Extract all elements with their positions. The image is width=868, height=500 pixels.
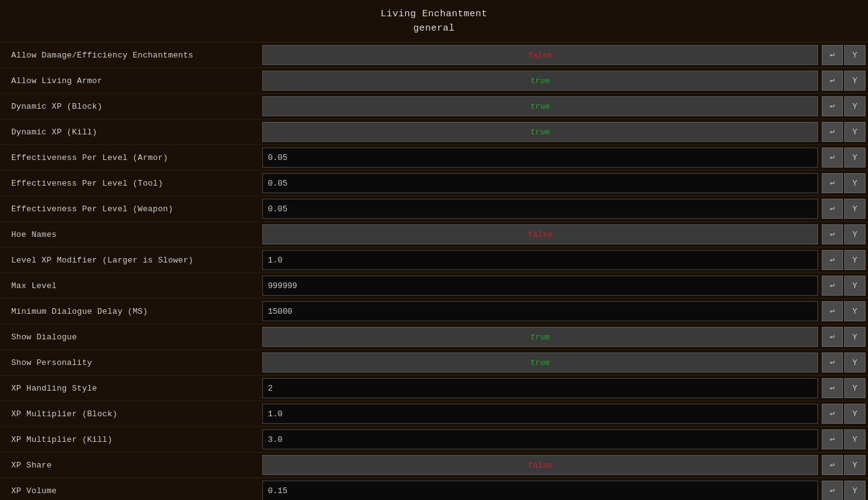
value-box-effectiveness-per-level-armor[interactable]: 0.05 (262, 148, 818, 168)
value-box-allow-damage-efficiency[interactable]: false (262, 45, 818, 65)
reset-button-dynamic-xp-block[interactable]: ↩ (822, 96, 843, 116)
actions-dynamic-xp-block: ↩Y (818, 96, 868, 116)
label-xp-handling-style: XP Handling Style (0, 379, 262, 398)
reset-button-effectiveness-per-level-tool[interactable]: ↩ (822, 173, 843, 193)
label-effectiveness-per-level-armor: Effectiveness Per Level (Armor) (0, 148, 262, 168)
undo-button-effectiveness-per-level-tool[interactable]: Y (844, 173, 866, 193)
value-box-show-personality[interactable]: true (262, 352, 818, 372)
undo-button-allow-damage-efficiency[interactable]: Y (844, 45, 866, 65)
actions-show-personality: ↩Y (818, 352, 868, 372)
actions-level-xp-modifier: ↩Y (818, 250, 868, 270)
actions-minimum-dialogue-delay: ↩Y (818, 301, 868, 321)
undo-button-show-dialogue[interactable]: Y (844, 327, 866, 347)
reset-button-xp-share[interactable]: ↩ (822, 455, 843, 475)
config-row-dynamic-xp-kill: Dynamic XP (Kill)true↩Y (0, 119, 868, 144)
reset-button-minimum-dialogue-delay[interactable]: ↩ (822, 301, 843, 321)
reset-button-effectiveness-per-level-weapon[interactable]: ↩ (822, 199, 843, 219)
undo-button-xp-share[interactable]: Y (844, 455, 866, 475)
config-row-xp-multiplier-kill: XP Multiplier (Kill)3.0↩Y (0, 426, 868, 452)
value-wrap-hoe-names: false (262, 222, 818, 247)
reset-button-max-level[interactable]: ↩ (822, 276, 843, 296)
reset-button-xp-handling-style[interactable]: ↩ (822, 378, 843, 398)
value-box-allow-living-armor[interactable]: true (262, 71, 818, 91)
label-xp-share: XP Share (0, 456, 262, 475)
value-wrap-effectiveness-per-level-tool: 0.05 (262, 171, 818, 196)
value-wrap-effectiveness-per-level-armor: 0.05 (262, 145, 818, 170)
value-box-minimum-dialogue-delay[interactable]: 15000 (262, 301, 818, 321)
value-box-xp-handling-style[interactable]: 2 (262, 378, 818, 398)
value-wrap-show-personality: true (262, 350, 818, 375)
value-box-dynamic-xp-kill[interactable]: true (262, 122, 818, 142)
reset-button-hoe-names[interactable]: ↩ (822, 224, 843, 244)
config-row-allow-damage-efficiency: Allow Damage/Efficiency Enchantmentsfals… (0, 42, 868, 68)
value-box-dynamic-xp-block[interactable]: true (262, 96, 818, 116)
reset-button-allow-living-armor[interactable]: ↩ (822, 71, 843, 91)
config-row-effectiveness-per-level-tool: Effectiveness Per Level (Tool)0.05↩Y (0, 170, 868, 196)
reset-button-effectiveness-per-level-armor[interactable]: ↩ (822, 148, 843, 168)
page-subtitle: general (0, 22, 868, 36)
undo-button-dynamic-xp-kill[interactable]: Y (844, 122, 866, 142)
config-row-xp-handling-style: XP Handling Style2↩Y (0, 375, 868, 401)
actions-dynamic-xp-kill: ↩Y (818, 122, 868, 142)
undo-button-dynamic-xp-block[interactable]: Y (844, 96, 866, 116)
undo-button-effectiveness-per-level-weapon[interactable]: Y (844, 199, 866, 219)
value-box-show-dialogue[interactable]: true (262, 327, 818, 347)
actions-max-level: ↩Y (818, 276, 868, 296)
value-box-hoe-names[interactable]: false (262, 224, 818, 244)
value-box-xp-multiplier-block[interactable]: 1.0 (262, 404, 818, 424)
undo-button-xp-multiplier-kill[interactable]: Y (844, 429, 866, 449)
reset-button-allow-damage-efficiency[interactable]: ↩ (822, 45, 843, 65)
actions-xp-handling-style: ↩Y (818, 378, 868, 398)
undo-button-minimum-dialogue-delay[interactable]: Y (844, 301, 866, 321)
reset-button-level-xp-modifier[interactable]: ↩ (822, 250, 843, 270)
undo-button-level-xp-modifier[interactable]: Y (844, 250, 866, 270)
label-dynamic-xp-kill: Dynamic XP (Kill) (0, 122, 262, 142)
label-allow-damage-efficiency: Allow Damage/Efficiency Enchantments (0, 46, 262, 65)
value-box-xp-share[interactable]: false (262, 455, 818, 475)
value-box-level-xp-modifier[interactable]: 1.0 (262, 250, 818, 270)
actions-xp-multiplier-block: ↩Y (818, 404, 868, 424)
value-box-xp-multiplier-kill[interactable]: 3.0 (262, 429, 818, 449)
reset-button-show-dialogue[interactable]: ↩ (822, 327, 843, 347)
label-level-xp-modifier: Level XP Modifier (Larger is Slower) (0, 251, 262, 270)
label-xp-volume: XP Volume (0, 481, 262, 501)
reset-button-xp-multiplier-block[interactable]: ↩ (822, 404, 843, 424)
config-row-xp-multiplier-block: XP Multiplier (Block)1.0↩Y (0, 401, 868, 426)
reset-button-dynamic-xp-kill[interactable]: ↩ (822, 122, 843, 142)
reset-button-xp-volume[interactable]: ↩ (822, 481, 843, 500)
undo-button-xp-handling-style[interactable]: Y (844, 378, 866, 398)
label-hoe-names: Hoe Names (0, 225, 262, 244)
label-show-dialogue: Show Dialogue (0, 328, 262, 347)
value-box-xp-volume[interactable]: 0.15 (262, 481, 818, 500)
label-minimum-dialogue-delay: Minimum Dialogue Delay (MS) (0, 302, 262, 321)
value-wrap-minimum-dialogue-delay: 15000 (262, 299, 818, 324)
undo-button-show-personality[interactable]: Y (844, 352, 866, 372)
config-row-xp-share: XP Sharefalse↩Y (0, 452, 868, 478)
value-wrap-dynamic-xp-kill: true (262, 119, 818, 144)
value-wrap-allow-living-armor: true (262, 68, 818, 93)
value-box-effectiveness-per-level-tool[interactable]: 0.05 (262, 173, 818, 193)
config-row-show-dialogue: Show Dialoguetrue↩Y (0, 324, 868, 349)
undo-button-hoe-names[interactable]: Y (844, 224, 866, 244)
value-wrap-max-level: 999999 (262, 273, 818, 298)
config-row-allow-living-armor: Allow Living Armortrue↩Y (0, 68, 868, 93)
undo-button-effectiveness-per-level-armor[interactable]: Y (844, 148, 866, 168)
page-title: Living Enchantment (0, 8, 868, 22)
value-wrap-xp-volume: 0.15 (262, 478, 818, 500)
undo-button-max-level[interactable]: Y (844, 276, 866, 296)
value-wrap-show-dialogue: true (262, 324, 818, 349)
undo-button-xp-multiplier-block[interactable]: Y (844, 404, 866, 424)
reset-button-xp-multiplier-kill[interactable]: ↩ (822, 429, 843, 449)
reset-button-show-personality[interactable]: ↩ (822, 352, 843, 372)
config-row-minimum-dialogue-delay: Minimum Dialogue Delay (MS)15000↩Y (0, 298, 868, 324)
undo-button-allow-living-armor[interactable]: Y (844, 71, 866, 91)
actions-allow-living-armor: ↩Y (818, 71, 868, 91)
page-header: Living Enchantment general (0, 0, 868, 42)
value-wrap-xp-share: false (262, 452, 818, 478)
value-wrap-allow-damage-efficiency: false (262, 42, 818, 68)
value-box-max-level[interactable]: 999999 (262, 276, 818, 296)
actions-xp-share: ↩Y (818, 455, 868, 475)
undo-button-xp-volume[interactable]: Y (844, 481, 866, 500)
label-xp-multiplier-block: XP Multiplier (Block) (0, 404, 262, 424)
value-box-effectiveness-per-level-weapon[interactable]: 0.05 (262, 199, 818, 219)
